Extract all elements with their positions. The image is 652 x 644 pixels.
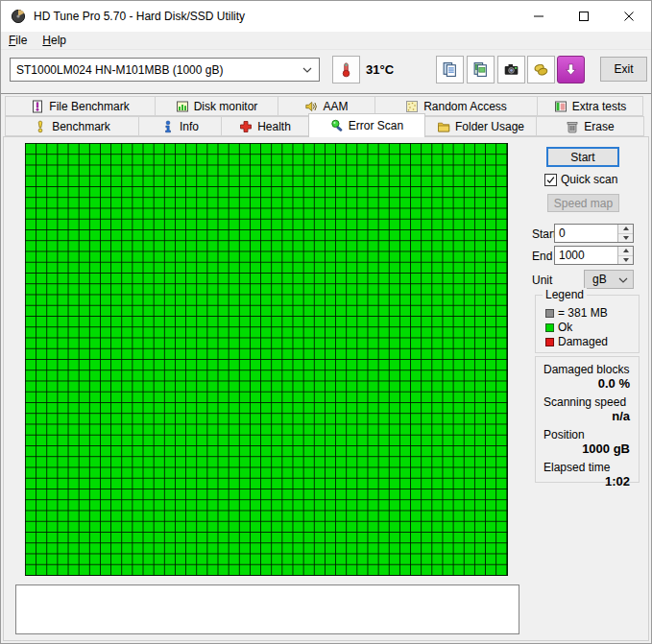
tab-erase[interactable]: Erase [536,116,644,136]
scanning-speed-value: n/a [612,409,630,423]
elapsed-time-value: 1:02 [605,474,630,489]
minimize-button[interactable] [516,1,561,32]
quick-scan-checkbox[interactable] [544,174,557,186]
damaged-blocks-label: Damaged blocks [543,363,629,376]
spin-down-icon[interactable] [618,256,633,265]
checkmark-icon [545,175,556,185]
copy-text-button[interactable] [436,56,464,83]
error-scan-map [25,143,508,576]
window-title: HD Tune Pro 5.70 - Hard Disk/SSD Utility [34,10,245,23]
tab-label: Health [257,120,291,133]
tab-label: Erase [584,120,614,133]
spin-up-icon[interactable] [618,247,633,256]
legend-title: Legend [543,288,587,301]
file-benchmark-icon [31,100,44,113]
tab-label: Benchmark [52,120,110,133]
start-button-label: Start [570,151,594,164]
titlebar: HD Tune Pro 5.70 - Hard Disk/SSD Utility [1,1,651,32]
donate-coins-icon [533,61,549,78]
health-cross-icon [239,120,253,133]
quick-scan-label: Quick scan [561,173,617,186]
spin-down-icon[interactable] [618,234,633,243]
random-access-icon [405,100,419,113]
erase-trash-icon [566,120,579,133]
block-swatch [545,309,554,318]
update-download-button[interactable] [557,56,585,83]
scan-log-box[interactable] [15,584,519,634]
tab-row-bottom: Benchmark Info Health Error Scan [5,116,644,137]
tab-label: Error Scan [349,119,403,132]
minimize-icon [534,12,543,21]
tab-label: AAM [323,100,348,113]
menu-file[interactable]: File [1,32,35,49]
disk-monitor-icon [176,100,189,113]
end-input[interactable]: 1000 [554,246,634,265]
copy-image-button[interactable] [467,56,495,83]
tab-benchmark[interactable]: Benchmark [5,116,139,136]
copy-image-icon [472,61,489,78]
legend-groupbox: Legend = 381 MB Ok Damaged [535,295,640,353]
quick-scan-row: Quick scan [544,173,617,186]
unit-dropdown[interactable]: gB [584,270,634,289]
maximize-button[interactable] [561,1,606,32]
close-icon [624,12,634,21]
tab-label: Disk monitor [194,100,258,113]
exit-button-label: Exit [614,62,633,76]
menubar: File Help [1,32,651,50]
legend-ok: Ok [545,321,572,334]
speed-map-button: Speed map [547,194,619,212]
tab-label: File Benchmark [49,100,129,113]
screenshot-camera-icon [503,61,519,78]
elapsed-time-label: Elapsed time [543,461,610,474]
tab-health[interactable]: Health [221,116,309,136]
chevron-down-icon [618,277,628,283]
start-input[interactable]: 0 [554,224,634,243]
donate-button[interactable] [527,56,555,83]
start-input-value: 0 [559,227,566,240]
ok-swatch [545,323,554,332]
tab-folder-usage[interactable]: Folder Usage [424,116,537,136]
tab-disk-monitor[interactable]: Disk monitor [155,96,278,116]
speed-map-label: Speed map [554,197,613,210]
end-field-label: End [532,250,552,263]
close-button[interactable] [606,1,651,32]
extra-tests-icon [554,100,567,113]
position-label: Position [543,428,585,441]
end-spinner[interactable] [617,247,633,264]
aam-speaker-icon [304,100,318,113]
app-window: HD Tune Pro 5.70 - Hard Disk/SSD Utility… [0,0,652,644]
start-button[interactable]: Start [546,147,619,167]
chevron-down-icon [302,67,312,73]
menu-help[interactable]: Help [35,32,74,49]
tab-extra-tests[interactable]: Extra tests [537,96,643,116]
tab-label: Info [180,120,199,133]
legend-block-label: = 381 MB [558,306,608,320]
tab-error-scan[interactable]: Error Scan [308,113,425,137]
temperature-button[interactable] [332,56,360,83]
scanning-speed-label: Scanning speed [543,395,626,409]
position-value: 1000 gB [582,441,630,456]
thermometer-icon [338,61,354,78]
start-spinner[interactable] [617,225,633,242]
tab-label: Random Access [423,100,507,113]
benchmark-icon [34,120,47,133]
legend-damaged-label: Damaged [558,335,608,348]
unit-field-label: Unit [532,274,552,287]
legend-block-size: = 381 MB [545,306,608,320]
toolbar: ST1000LM024 HN-M101MBB (1000 gB) 31°C [1,50,651,94]
tab-info[interactable]: Info [138,116,222,136]
exit-button[interactable]: Exit [600,57,647,82]
tab-file-benchmark[interactable]: File Benchmark [5,96,156,116]
unit-dropdown-value: gB [592,273,607,286]
start-field-label: Start [532,227,556,241]
screenshot-button[interactable] [497,56,525,83]
spin-up-icon[interactable] [618,225,633,234]
info-icon [161,120,175,133]
copy-text-icon [442,61,458,78]
drive-select-value: ST1000LM024 HN-M101MBB (1000 gB) [16,63,223,77]
drive-select-dropdown[interactable]: ST1000LM024 HN-M101MBB (1000 gB) [10,58,320,82]
stats-groupbox: Damaged blocks 0.0 % Scanning speed n/a … [535,356,640,483]
download-update-icon [563,61,579,78]
temperature-value: 31°C [366,62,394,77]
tab-label: Extra tests [572,100,627,113]
